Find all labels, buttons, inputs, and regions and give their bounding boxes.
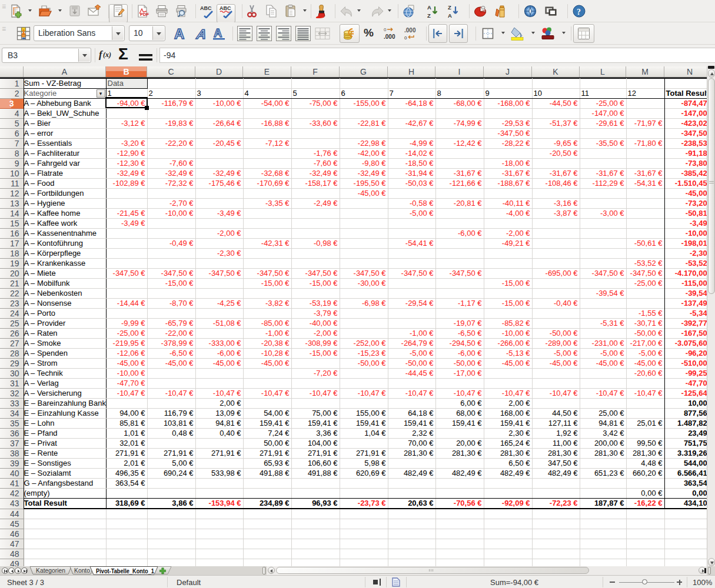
svg-text:.000: .000 xyxy=(384,34,395,40)
svg-text:A: A xyxy=(448,12,452,18)
svg-text:PDF: PDF xyxy=(140,12,149,17)
svg-text:ABC: ABC xyxy=(200,5,212,11)
svg-text:ABC: ABC xyxy=(220,5,231,11)
svg-text:0: 0 xyxy=(384,27,387,32)
svg-text:Kategorien: Kategorien xyxy=(36,567,65,574)
svg-text:Pivot-Tabelle_Konto_1: Pivot-Tabelle_Konto_1 xyxy=(96,567,154,574)
svg-text:A: A xyxy=(195,26,207,41)
svg-text:A: A xyxy=(427,4,431,11)
svg-text:A: A xyxy=(174,26,184,41)
svg-text:Z: Z xyxy=(427,12,431,18)
svg-text:A: A xyxy=(214,26,222,39)
svg-text:?: ? xyxy=(577,8,581,16)
svg-text:Z: Z xyxy=(448,4,451,11)
svg-text:Konto: Konto xyxy=(74,567,90,574)
svg-text:.000: .000 xyxy=(404,27,416,34)
svg-text:0: 0 xyxy=(404,35,407,41)
